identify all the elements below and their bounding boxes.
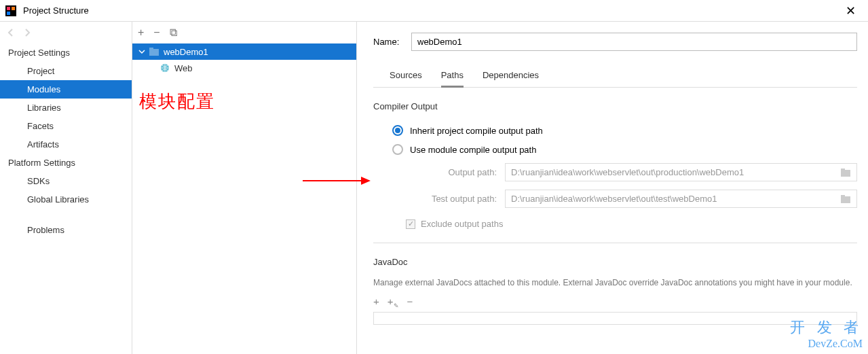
sidebar-item-problems[interactable]: Problems xyxy=(0,221,132,239)
javadoc-add-button[interactable]: + xyxy=(373,296,379,309)
tab-sources[interactable]: Sources xyxy=(390,66,422,87)
sidebar-section-platform: Platform Settings xyxy=(0,154,132,172)
sidebar-item-artifacts[interactable]: Artifacts xyxy=(0,135,132,154)
javadoc-title: JavaDoc xyxy=(373,257,857,267)
exclude-output-label: Exclude output paths xyxy=(421,219,503,229)
remove-module-button[interactable]: − xyxy=(153,26,159,39)
javadoc-description: Manage external JavaDocs attached to thi… xyxy=(373,277,857,289)
sidebar-item-sdks[interactable]: SDKs xyxy=(0,172,132,190)
tree-node-web[interactable]: Web xyxy=(132,60,356,76)
tree-node-root[interactable]: webDemo1 xyxy=(132,43,356,60)
back-icon[interactable] xyxy=(5,27,16,38)
nav-history xyxy=(0,22,132,43)
test-output-path-input: D:\ruanjian\idea\work\webservlet\out\tes… xyxy=(505,190,857,208)
tab-dependencies[interactable]: Dependencies xyxy=(483,66,539,87)
module-name-input[interactable] xyxy=(411,33,857,51)
javadoc-toolbar: + +✎ − xyxy=(373,293,857,313)
javadoc-add-url-button[interactable]: +✎ xyxy=(388,296,399,309)
radio-use-module-label: Use module compile output path xyxy=(410,145,536,155)
window-title: Project Structure xyxy=(23,5,839,16)
module-folder-icon xyxy=(149,46,159,57)
sidebar-item-facets[interactable]: Facets xyxy=(0,117,132,135)
radio-inherit-label: Inherit project compile output path xyxy=(410,126,543,136)
forward-icon[interactable] xyxy=(22,27,33,38)
svg-marker-8 xyxy=(361,177,371,185)
svg-rect-5 xyxy=(149,48,153,50)
module-details-panel: Name: Sources Paths Dependencies Compile… xyxy=(357,22,868,354)
copy-module-button[interactable]: ⧉ xyxy=(170,26,177,39)
output-path-label: Output path: xyxy=(406,167,501,177)
svg-rect-9 xyxy=(841,170,850,177)
browse-folder-icon xyxy=(840,168,851,177)
javadoc-list[interactable] xyxy=(373,313,857,325)
web-facet-icon xyxy=(159,63,170,73)
output-path-input: D:\ruanjian\idea\work\webservlet\out\pro… xyxy=(505,163,857,181)
modules-tree: webDemo1 Web xyxy=(132,43,356,76)
modules-tree-panel: + − ⧉ webDemo1 Web 模块配置 xyxy=(132,22,357,354)
radio-use-module[interactable] xyxy=(392,144,403,155)
javadoc-remove-button[interactable]: − xyxy=(407,296,413,309)
svg-rect-3 xyxy=(7,12,10,15)
divider xyxy=(373,243,857,243)
sidebar-item-modules[interactable]: Modules xyxy=(0,80,132,99)
svg-rect-12 xyxy=(841,195,845,197)
tab-paths[interactable]: Paths xyxy=(441,66,464,88)
test-output-path-label: Test output path: xyxy=(406,194,501,204)
svg-rect-4 xyxy=(149,49,159,56)
radio-inherit[interactable] xyxy=(392,125,403,136)
close-button[interactable]: ✕ xyxy=(839,2,863,20)
compiler-output-title: Compiler Output xyxy=(373,101,857,111)
browse-folder-icon xyxy=(840,194,851,204)
module-tabs: Sources Paths Dependencies xyxy=(373,66,857,88)
svg-rect-2 xyxy=(12,7,15,10)
chevron-down-icon xyxy=(138,48,146,56)
settings-sidebar: Project Settings Project Modules Librari… xyxy=(0,22,132,354)
sidebar-item-libraries[interactable]: Libraries xyxy=(0,99,132,117)
exclude-output-checkbox xyxy=(406,219,415,229)
sidebar-item-global-libraries[interactable]: Global Libraries xyxy=(0,190,132,209)
tree-node-label: Web xyxy=(174,63,193,73)
add-module-button[interactable]: + xyxy=(138,26,144,39)
svg-rect-11 xyxy=(841,196,850,203)
sidebar-item-project[interactable]: Project xyxy=(0,62,132,80)
name-label: Name: xyxy=(373,37,411,47)
tree-node-label: webDemo1 xyxy=(164,47,208,57)
sidebar-section-project: Project Settings xyxy=(0,43,132,62)
app-logo-icon xyxy=(5,5,16,16)
svg-rect-1 xyxy=(7,7,10,10)
svg-rect-10 xyxy=(841,169,845,171)
annotation-text: 模块配置 xyxy=(139,90,215,113)
titlebar: Project Structure ✕ xyxy=(0,0,868,22)
tree-toolbar: + − ⧉ xyxy=(132,22,356,43)
